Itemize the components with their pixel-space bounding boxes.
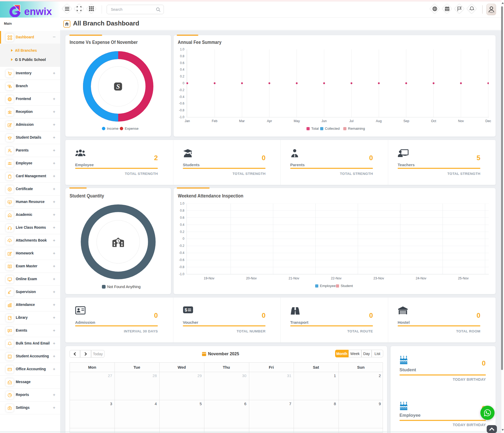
svg-text:S: S [116,83,120,90]
svg-text:enwix: enwix [24,6,52,17]
svg-text:$: $ [185,307,187,312]
svg-text:Photo: Photo [490,12,493,13]
